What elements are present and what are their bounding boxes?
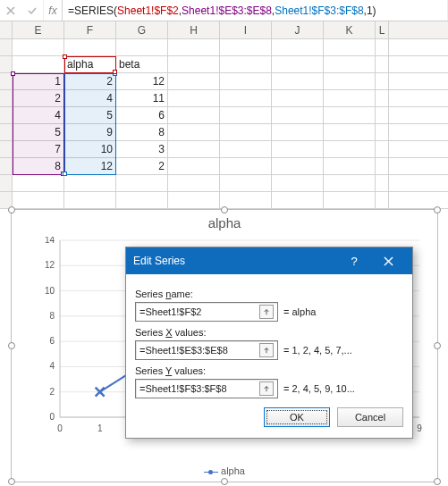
cell[interactable]: 6 xyxy=(116,107,168,123)
column-headers: E F G H I J K L xyxy=(0,21,448,39)
cell[interactable]: 10 xyxy=(64,141,116,157)
svg-text:9: 9 xyxy=(417,423,422,433)
col-header[interactable]: G xyxy=(116,21,168,38)
cell[interactable]: 2 xyxy=(116,158,168,174)
ok-button[interactable]: OK xyxy=(264,407,330,427)
series-x-input[interactable]: =Sheet1!$E$3:$E$8 xyxy=(135,340,278,360)
dialog-title: Edit Series xyxy=(133,255,337,267)
close-button[interactable] xyxy=(371,247,405,274)
series-name-input[interactable]: =Sheet1!$F$2 xyxy=(135,302,278,322)
cancel-button[interactable]: Cancel xyxy=(337,407,403,427)
cell[interactable]: 5 xyxy=(64,107,116,123)
svg-text:0: 0 xyxy=(57,423,63,433)
cell[interactable]: 5 xyxy=(13,124,64,140)
col-header[interactable]: I xyxy=(220,21,272,38)
col-header[interactable]: J xyxy=(272,21,324,38)
cell[interactable]: 8 xyxy=(13,158,64,174)
svg-text:4: 4 xyxy=(49,361,55,371)
svg-text:14: 14 xyxy=(45,237,55,245)
cell[interactable]: 9 xyxy=(64,124,116,140)
range-picker-icon[interactable] xyxy=(259,381,274,396)
series-name-label: Series name: xyxy=(135,289,403,299)
cell[interactable]: 4 xyxy=(64,90,116,106)
fx-label[interactable]: fx xyxy=(43,0,63,21)
series-x-label: Series X values: xyxy=(135,327,403,338)
cell[interactable]: 11 xyxy=(116,90,168,106)
col-header[interactable]: L xyxy=(376,21,389,38)
cell[interactable]: beta xyxy=(116,56,168,72)
cancel-formula-button[interactable] xyxy=(0,0,21,21)
cell[interactable]: 12 xyxy=(116,73,168,89)
cell[interactable]: 7 xyxy=(13,141,64,157)
series-y-label: Series Y values: xyxy=(135,365,403,376)
col-header[interactable]: F xyxy=(64,21,116,38)
spreadsheet-grid[interactable]: E F G H I J K L alphabeta 1212 2411 456 … xyxy=(0,21,448,209)
chart-legend[interactable]: alpha xyxy=(12,465,437,476)
cell[interactable]: 3 xyxy=(116,141,168,157)
dialog-titlebar[interactable]: Edit Series ? xyxy=(126,247,412,274)
svg-text:12: 12 xyxy=(45,260,55,270)
series-y-input[interactable]: =Sheet1!$F$3:$F$8 xyxy=(135,379,278,398)
cell[interactable]: 4 xyxy=(13,107,64,123)
formula-input[interactable]: =SERIES(Sheet1!$F$2,Sheet1!$E$3:$E$8,She… xyxy=(63,0,448,21)
cell[interactable]: 2 xyxy=(64,73,116,89)
formula-bar: fx =SERIES(Sheet1!$F$2,Sheet1!$E$3:$E$8,… xyxy=(0,0,448,21)
svg-text:8: 8 xyxy=(49,311,55,321)
cell[interactable]: 12 xyxy=(64,158,116,174)
series-y-result: = 2, 4, 5, 9, 10... xyxy=(283,383,355,394)
edit-series-dialog: Edit Series ? Series name: =Sheet1!$F$2 … xyxy=(125,247,413,439)
col-header[interactable]: E xyxy=(13,21,64,38)
enter-formula-button[interactable] xyxy=(21,0,43,21)
svg-text:2: 2 xyxy=(49,387,55,397)
help-button[interactable]: ? xyxy=(337,247,371,274)
svg-text:6: 6 xyxy=(49,336,55,346)
svg-text:10: 10 xyxy=(45,286,55,296)
range-picker-icon[interactable] xyxy=(259,305,274,319)
series-x-result: = 1, 2, 4, 5, 7,... xyxy=(283,345,352,356)
series-name-result: = alpha xyxy=(283,306,316,317)
cell[interactable]: 2 xyxy=(13,90,64,106)
col-header[interactable]: H xyxy=(168,21,220,38)
svg-text:0: 0 xyxy=(49,412,55,422)
col-header[interactable]: K xyxy=(324,21,376,38)
cell[interactable]: 1 xyxy=(13,73,64,89)
range-picker-icon[interactable] xyxy=(259,343,274,357)
cell[interactable]: 8 xyxy=(116,124,168,140)
cell[interactable]: alpha xyxy=(64,56,116,72)
formula-text: =SERIES(Sheet1!$F$2,Sheet1!$E$3:$E$8,She… xyxy=(68,4,376,17)
chart-title[interactable]: alpha xyxy=(12,210,437,235)
svg-text:1: 1 xyxy=(97,423,103,433)
